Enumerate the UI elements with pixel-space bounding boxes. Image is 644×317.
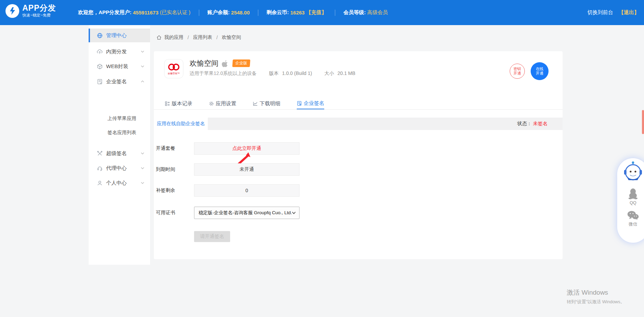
tools-icon bbox=[97, 151, 103, 156]
member-value: 高级会员 bbox=[367, 9, 388, 16]
sidebar-item-enterprise-sign[interactable]: 企业签名 bbox=[89, 75, 150, 88]
app-tabs: 版本记录 应用设置 下载明细 企业签名 bbox=[154, 98, 563, 110]
balance-label: 账户余额: bbox=[207, 9, 230, 16]
chart-icon bbox=[253, 101, 258, 106]
certificate-selected-option: 稳定版-企业签名-咨询客服 Groupfq Cuo., Ltd. bbox=[199, 210, 292, 216]
sidebar-item-management-center[interactable]: 管理中心 bbox=[89, 29, 150, 42]
qq-label: QQ bbox=[630, 200, 636, 205]
chevron-down-icon bbox=[140, 181, 145, 185]
scrollbar-thumb[interactable] bbox=[642, 110, 644, 134]
gear-icon bbox=[209, 101, 214, 106]
size-value: 20.1 MB bbox=[337, 70, 355, 76]
breadcrumb-current: 欢愉空间 bbox=[222, 34, 241, 41]
recharge-link[interactable]: 【充值】 bbox=[306, 9, 327, 16]
subtab-online-self-sign[interactable]: 应用在线自助企业签名 bbox=[154, 118, 208, 130]
sidebar-subitem-upload-apple-app[interactable]: 上传苹果应用 bbox=[89, 112, 150, 125]
chevron-down-icon bbox=[140, 151, 145, 155]
sidebar-item-label: 超级签名 bbox=[106, 150, 127, 157]
sidebar-item-label: 企业签名 bbox=[106, 78, 127, 85]
form-row-certificate: 可用证书 稳定版-企业签名-咨询客服 Groupfq Cuo., Ltd. bbox=[154, 207, 463, 219]
cloud-upload-icon bbox=[97, 49, 103, 55]
sidebar-item-web-packaging[interactable]: WEB封装 bbox=[89, 59, 150, 73]
expiry-label: 到期时间 bbox=[156, 163, 175, 176]
chevron-down-icon bbox=[140, 166, 145, 170]
form-row-resign-remaining: 补签剩余 0 bbox=[154, 184, 463, 197]
sidebar-item-personal-center[interactable]: 个人中心 bbox=[89, 176, 150, 190]
subtab-label: 应用在线自助企业签名 bbox=[157, 121, 205, 127]
cube-icon bbox=[97, 64, 103, 69]
logout-link[interactable]: 【退出】 bbox=[619, 9, 639, 16]
app-detail-card: 欢愉空间™ 欢愉空间 企业版 适用于苹果12.0系统以上的设备 版本1.0.0 … bbox=[154, 51, 563, 259]
wechat-label: 微信 bbox=[629, 221, 637, 227]
wechat-icon[interactable] bbox=[627, 211, 639, 220]
user-id: 455911673 bbox=[133, 10, 158, 15]
key-activate-line1: 密钥 bbox=[513, 67, 521, 71]
sidebar-subitem-label: 签名应用列表 bbox=[108, 130, 136, 136]
sidebar-item-super-sign[interactable]: 超级签名 bbox=[89, 146, 150, 160]
app-logo[interactable]: APP分发 快速~稳定~免费 bbox=[5, 4, 56, 18]
version-label: 版本 bbox=[269, 70, 279, 76]
globe-icon bbox=[97, 33, 103, 39]
breadcrumb-separator: / bbox=[216, 35, 218, 40]
welcome-label: 欢迎您，APP分发用户: bbox=[78, 9, 132, 16]
open-sign-button-disabled[interactable]: 请开通签名 bbox=[194, 231, 230, 242]
key-activate-button[interactable]: 密钥 开通 bbox=[510, 64, 525, 79]
sign-panel-bar: 应用在线自助企业签名 状态： 未签名 bbox=[154, 118, 563, 130]
online-activate-button[interactable]: 在线 开通 bbox=[531, 62, 549, 80]
header-right: 切换到前台 【退出】 bbox=[587, 0, 639, 25]
sidebar: 管理中心 内测分发 WEB封装 企业签名 上传苹果应用 签名应用列表 超级签名 bbox=[89, 25, 150, 265]
header-divider bbox=[199, 10, 199, 16]
logo-title: APP分发 bbox=[22, 4, 56, 12]
windows-activation-watermark: 激活 Windows 转到“设置”以激活 Windows。 bbox=[567, 288, 625, 305]
certificate-select[interactable]: 稳定版-企业签名-咨询客服 Groupfq Cuo., Ltd. bbox=[194, 207, 300, 219]
robot-mascot-icon[interactable] bbox=[622, 161, 644, 182]
header-account-info: 欢迎您，APP分发用户: 455911673 (已实名认证 ) 账户余额: 25… bbox=[78, 0, 388, 25]
watermark-line1: 激活 Windows bbox=[567, 288, 625, 297]
breadcrumb-my-apps[interactable]: 我的应用 bbox=[164, 34, 183, 41]
chevron-down-icon bbox=[140, 50, 145, 54]
verified-text: (已实名认证 ) bbox=[160, 9, 190, 16]
apple-icon bbox=[222, 60, 228, 67]
sidebar-item-label: 管理中心 bbox=[106, 32, 127, 39]
balance-group: 账户余额: 2548.00 bbox=[207, 9, 250, 16]
key-activate-line2: 开通 bbox=[513, 71, 521, 76]
breadcrumb-app-list[interactable]: 应用列表 bbox=[193, 34, 212, 41]
sign-status: 状态： 未签名 bbox=[517, 118, 547, 130]
package-label: 开通套餐 bbox=[156, 142, 175, 155]
chevron-up-icon bbox=[140, 79, 145, 84]
app-logo-graphic bbox=[167, 63, 181, 72]
tab-label: 下载明细 bbox=[260, 100, 280, 107]
form-row-expiry: 到期时间 未开通 bbox=[154, 163, 463, 176]
sidebar-subitem-signed-app-list[interactable]: 签名应用列表 bbox=[89, 127, 150, 139]
tab-label: 应用设置 bbox=[216, 100, 236, 107]
coins-group: 剩余云币: 16263 【充值】 bbox=[267, 9, 327, 16]
tab-download-details[interactable]: 下载明细 bbox=[253, 98, 280, 109]
sidebar-item-agent-center[interactable]: 代理中心 bbox=[89, 161, 150, 175]
resign-value: 0 bbox=[194, 184, 300, 197]
breadcrumb: 我的应用 / 应用列表 / 欢愉空间 bbox=[156, 34, 241, 41]
sidebar-item-beta-distribution[interactable]: 内测分发 bbox=[89, 45, 150, 58]
version-value: 1.0.0 (Build 1) bbox=[282, 70, 312, 76]
status-label: 状态： bbox=[517, 121, 532, 127]
app-name: 欢愉空间 bbox=[190, 58, 218, 68]
switch-frontend-link[interactable]: 切换到前台 bbox=[587, 9, 613, 16]
tab-version-history[interactable]: 版本记录 bbox=[165, 98, 192, 109]
tab-enterprise-sign[interactable]: 企业签名 bbox=[297, 98, 324, 109]
document-person-icon bbox=[297, 101, 302, 106]
welcome-group: 欢迎您，APP分发用户: 455911673 (已实名认证 ) bbox=[78, 9, 191, 16]
status-value: 未签名 bbox=[533, 121, 547, 127]
certificate-label: 可用证书 bbox=[156, 207, 175, 219]
watermark-line2: 转到“设置”以激活 Windows。 bbox=[567, 299, 625, 305]
select-chevron-icon bbox=[292, 211, 296, 214]
page-root: APP分发 快速~稳定~免费 欢迎您，APP分发用户: 455911673 (已… bbox=[0, 0, 644, 317]
logo-tagline: 快速~稳定~免费 bbox=[22, 13, 56, 18]
tab-app-settings[interactable]: 应用设置 bbox=[209, 98, 236, 109]
logo-bubble-icon bbox=[5, 4, 19, 18]
coins-value: 16263 bbox=[290, 10, 305, 15]
balance-value: 2548.00 bbox=[231, 10, 250, 15]
sidebar-item-label: 代理中心 bbox=[106, 165, 127, 172]
size-label: 大小 bbox=[324, 70, 334, 76]
qq-icon[interactable] bbox=[628, 188, 638, 199]
expiry-value: 未开通 bbox=[194, 163, 300, 176]
header-divider bbox=[258, 10, 258, 16]
